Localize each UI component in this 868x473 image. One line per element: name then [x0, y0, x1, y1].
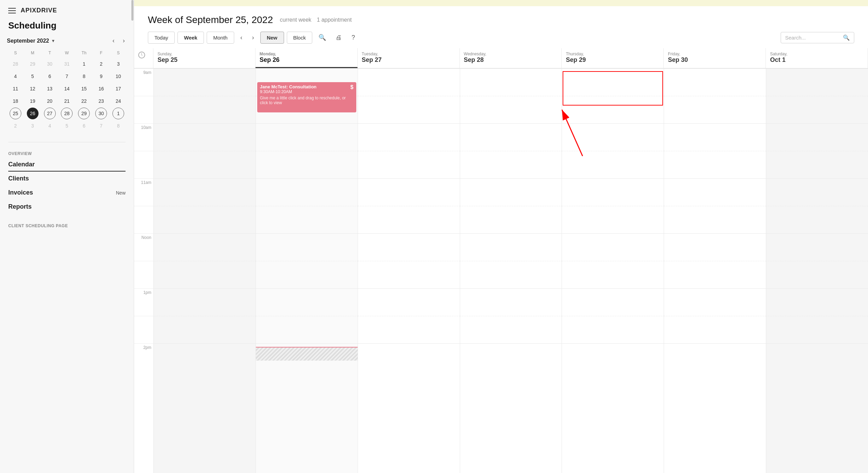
slot[interactable]	[766, 343, 868, 371]
slot[interactable]	[766, 123, 868, 151]
cal-day[interactable]: 31	[61, 58, 73, 70]
month-button[interactable]: Month	[207, 32, 234, 44]
cal-day[interactable]: 8	[78, 70, 90, 82]
cal-day[interactable]: 4	[44, 120, 56, 132]
day-col-mon[interactable]: $ Jane McTest: Consultation 9:30AM-10:20…	[256, 68, 358, 473]
slot[interactable]	[256, 206, 358, 233]
cal-day-27[interactable]: 27	[44, 108, 56, 119]
day-col-thu[interactable]	[562, 68, 664, 473]
slot[interactable]	[766, 68, 868, 96]
scrollbar-thumb[interactable]	[131, 0, 133, 21]
slot[interactable]	[256, 316, 358, 343]
slot[interactable]	[358, 233, 460, 261]
slot[interactable]	[460, 316, 562, 343]
cal-day[interactable]: 24	[112, 95, 124, 107]
cal-day[interactable]: 13	[44, 83, 56, 95]
search-input[interactable]	[785, 35, 840, 41]
day-header-fri[interactable]: Friday, Sep 30	[664, 48, 766, 68]
slot[interactable]	[766, 151, 868, 178]
day-header-tue[interactable]: Tuesday, Sep 27	[358, 48, 460, 68]
cal-day[interactable]: 18	[10, 95, 21, 107]
help-icon-button[interactable]: ?	[348, 31, 358, 44]
slot[interactable]	[154, 343, 256, 371]
slot[interactable]	[766, 288, 868, 316]
day-col-sun[interactable]	[153, 68, 256, 473]
slot[interactable]	[664, 288, 766, 316]
slot[interactable]	[358, 288, 460, 316]
cal-day[interactable]: 2	[95, 58, 107, 70]
cal-day[interactable]: 21	[61, 95, 73, 107]
cal-day[interactable]: 3	[27, 120, 39, 132]
slot[interactable]	[664, 261, 766, 288]
slot[interactable]	[460, 233, 562, 261]
sidebar-item-clients[interactable]: Clients	[0, 172, 134, 186]
slot[interactable]	[154, 178, 256, 206]
slot[interactable]	[358, 178, 460, 206]
cal-day-25[interactable]: 25	[10, 108, 21, 119]
cal-day[interactable]: 1	[78, 58, 90, 70]
slot[interactable]	[562, 343, 664, 371]
print-icon-button[interactable]: 🖨	[332, 31, 345, 44]
sidebar-item-calendar[interactable]: Calendar	[0, 157, 134, 172]
slot[interactable]	[664, 206, 766, 233]
cal-day[interactable]: 6	[78, 120, 90, 132]
sidebar-item-reports[interactable]: Reports	[0, 200, 134, 214]
cal-day[interactable]: 10	[112, 70, 124, 82]
cal-day[interactable]: 12	[27, 83, 39, 95]
slot[interactable]	[256, 288, 358, 316]
day-header-sun[interactable]: Sunday, Sep 25	[153, 48, 256, 68]
slot[interactable]	[664, 316, 766, 343]
slot[interactable]	[766, 96, 868, 123]
slot[interactable]	[664, 151, 766, 178]
slot[interactable]	[358, 96, 460, 123]
slot[interactable]	[358, 123, 460, 151]
cal-day[interactable]: 4	[10, 70, 21, 82]
slot[interactable]	[358, 261, 460, 288]
mini-cal-next-button[interactable]: ›	[121, 36, 127, 45]
slot[interactable]	[562, 233, 664, 261]
day-header-wed[interactable]: Wednesday, Sep 28	[460, 48, 562, 68]
cal-day[interactable]: 20	[44, 95, 56, 107]
slot[interactable]	[358, 316, 460, 343]
slot[interactable]	[154, 233, 256, 261]
slot[interactable]	[664, 343, 766, 371]
day-header-mon[interactable]: Monday, Sep 26	[256, 48, 358, 68]
slot[interactable]	[154, 96, 256, 123]
slot[interactable]	[664, 68, 766, 96]
cal-day[interactable]: 5	[61, 120, 73, 132]
day-header-sat[interactable]: Saturday, Oct 1	[766, 48, 868, 68]
slot[interactable]	[154, 288, 256, 316]
cal-day[interactable]: 6	[44, 70, 56, 82]
cal-day-oct1[interactable]: 1	[112, 108, 124, 119]
slot[interactable]	[664, 96, 766, 123]
slot[interactable]	[256, 178, 358, 206]
slot[interactable]	[460, 261, 562, 288]
slot[interactable]	[154, 68, 256, 96]
new-button[interactable]: New	[260, 32, 284, 44]
slot[interactable]	[154, 261, 256, 288]
block-button[interactable]: Block	[287, 32, 313, 44]
prev-week-button[interactable]: ‹	[237, 31, 246, 44]
slot[interactable]	[562, 96, 664, 123]
cal-day[interactable]: 2	[10, 120, 21, 132]
cal-day-28[interactable]: 28	[61, 108, 73, 119]
hamburger-menu-icon[interactable]	[8, 8, 16, 13]
slot[interactable]	[460, 343, 562, 371]
next-week-button[interactable]: ›	[249, 31, 258, 44]
cal-day[interactable]: 17	[112, 83, 124, 95]
cal-day[interactable]: 3	[112, 58, 124, 70]
cal-day[interactable]: 11	[10, 83, 21, 95]
slot[interactable]	[562, 68, 664, 96]
day-header-thu[interactable]: Thursday, Sep 29	[562, 48, 664, 68]
zoom-icon-button[interactable]: 🔍	[315, 31, 329, 44]
week-button[interactable]: Week	[177, 32, 204, 44]
slot[interactable]	[664, 233, 766, 261]
cal-day[interactable]: 28	[10, 58, 21, 70]
slot[interactable]	[766, 206, 868, 233]
day-col-fri[interactable]	[664, 68, 766, 473]
cal-day[interactable]: 23	[95, 95, 107, 107]
slot[interactable]	[256, 261, 358, 288]
cal-day[interactable]: 15	[78, 83, 90, 95]
slot[interactable]	[766, 261, 868, 288]
cal-day-today[interactable]: 26	[27, 108, 39, 119]
